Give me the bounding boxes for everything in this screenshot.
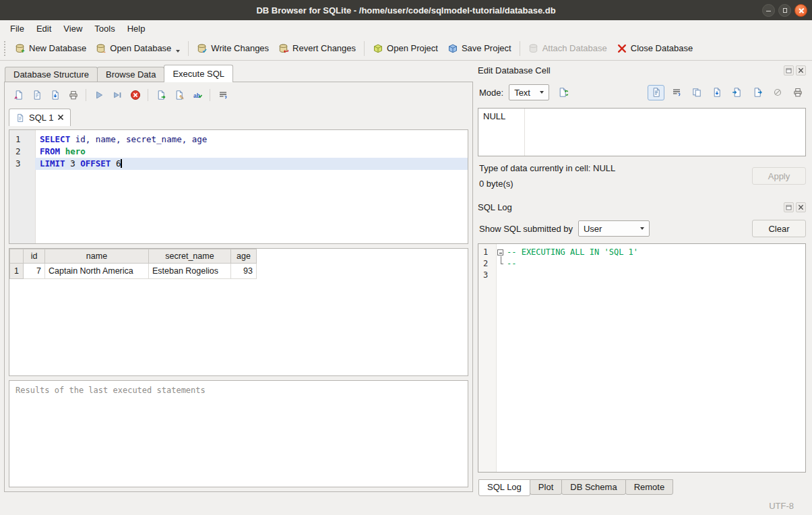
print-icon[interactable]: [65, 87, 82, 102]
toolbar-button-revert-changes[interactable]: ↩Revert Changes: [274, 40, 361, 57]
column-header-id[interactable]: id: [24, 249, 45, 264]
tab-sql-log[interactable]: SQL Log: [478, 479, 530, 496]
save-sql-file-icon[interactable]: [46, 87, 63, 102]
table-cell[interactable]: 7: [24, 264, 45, 279]
menu-item-file[interactable]: File: [4, 22, 30, 36]
code-text: LIMIT 3 OFFSET 6: [35, 158, 468, 170]
right-pane: Edit Database Cell Mode: Text NULL Type …: [473, 61, 812, 497]
log-line-2: 2--: [478, 258, 805, 270]
mode-combobox[interactable]: Text: [509, 84, 549, 100]
column-header-age[interactable]: age: [231, 249, 257, 264]
titlebar: DB Browser for SQLite - /home/user/code/…: [0, 0, 812, 20]
toolbar-button-save-project[interactable]: Save Project: [443, 40, 516, 57]
table-cell[interactable]: 93: [231, 264, 257, 279]
tab-plot[interactable]: Plot: [530, 479, 562, 495]
column-header-secret-name[interactable]: secret_name: [149, 249, 231, 264]
menu-item-edit[interactable]: Edit: [30, 22, 57, 36]
fold-marker-icon: [496, 258, 507, 270]
edit-cell-header: Edit Database Cell: [478, 63, 806, 78]
toolbar-separator: [188, 41, 189, 56]
code-line-1[interactable]: 1SELECT id, name, secret_name, age: [9, 133, 468, 146]
table-cell[interactable]: Esteban Rogelios: [149, 264, 231, 279]
print-icon[interactable]: [789, 85, 806, 100]
svg-text:→: →: [100, 47, 106, 54]
bottom-tab-bar: SQL LogPlotDB SchemaRemote: [478, 479, 806, 497]
cell-editor-icons: [648, 85, 806, 100]
code-line-2[interactable]: 2FROM hero: [9, 146, 468, 158]
column-header-name[interactable]: name: [45, 249, 149, 264]
word-wrap-icon[interactable]: [214, 87, 231, 102]
log-line-3: 3: [478, 270, 805, 281]
minimize-button[interactable]: [762, 4, 775, 17]
close-database-icon: [617, 43, 627, 54]
log-dock-float-button[interactable]: [784, 202, 794, 212]
menu-item-help[interactable]: Help: [121, 22, 152, 36]
toolbar-button-close-database[interactable]: Close Database: [612, 40, 698, 57]
sql-log-view[interactable]: 1-- EXECUTING ALL IN 'SQL 1'2--3: [478, 243, 806, 473]
sql-doc-tab-bar: SQL 1: [9, 108, 468, 126]
toolbar-button-write-changes[interactable]: ✔Write Changes: [192, 40, 274, 57]
toolbar-separator: [210, 89, 210, 101]
execute-line-icon[interactable]: [108, 87, 125, 102]
results-corner-cell[interactable]: [10, 249, 24, 264]
toolbar-handle[interactable]: [4, 41, 7, 56]
menu-item-tools[interactable]: Tools: [88, 22, 121, 36]
write-changes-icon: ✔: [197, 43, 208, 54]
open-sql-file-icon[interactable]: [28, 87, 45, 102]
log-dock-close-button[interactable]: [796, 202, 806, 212]
clear-log-button[interactable]: Clear: [752, 220, 806, 237]
maximize-icon: [783, 8, 788, 13]
log-filter-combobox[interactable]: User: [578, 220, 650, 237]
log-line-number: 1: [478, 247, 496, 258]
results-grid: idnamesecret_nameage17Captain North Amer…: [9, 248, 468, 376]
word-wrap-icon[interactable]: [668, 85, 685, 100]
menu-item-view[interactable]: View: [57, 22, 88, 36]
dock-float-button[interactable]: [784, 65, 794, 75]
cell-type-info: Type of data currently in cell: NULL: [479, 163, 615, 173]
maximize-button[interactable]: [778, 4, 791, 17]
minimize-icon: [766, 11, 771, 12]
cell-editor[interactable]: NULL: [478, 108, 806, 156]
tab-execute-sql[interactable]: Execute SQL: [164, 65, 233, 82]
toolbar-button-open-project[interactable]: Open Project: [368, 40, 443, 57]
auto-switch-mode-icon[interactable]: [555, 85, 571, 100]
table-cell[interactable]: Captain North America: [45, 264, 149, 279]
table-row: 17Captain North AmericaEsteban Rogelios9…: [10, 264, 257, 279]
tab-remote[interactable]: Remote: [625, 479, 674, 495]
open-project-icon: [373, 43, 383, 54]
close-button[interactable]: [794, 4, 807, 17]
row-number[interactable]: 1: [10, 264, 24, 279]
toolbar-button-label: Save Project: [462, 43, 511, 53]
save-as-view-icon[interactable]: ✎: [170, 87, 187, 102]
code-line-3[interactable]: 3LIMIT 3 OFFSET 6: [9, 158, 468, 170]
attach-database-icon: [528, 43, 539, 54]
dropdown-arrow-icon[interactable]: [176, 50, 180, 53]
export-sql-icon[interactable]: [152, 87, 169, 102]
fold-marker-icon[interactable]: [496, 247, 507, 258]
set-null-icon[interactable]: [769, 85, 786, 100]
toolbar-button-label: Open Project: [387, 43, 438, 53]
autocomplete-icon[interactable]: ab: [189, 87, 206, 102]
sql-doc-tab[interactable]: SQL 1: [9, 109, 71, 126]
toolbar-button-label: Revert Changes: [292, 43, 356, 53]
stop-icon[interactable]: [127, 87, 144, 102]
toolbar-button-new-database[interactable]: +New Database: [10, 40, 91, 57]
apply-button: Apply: [752, 167, 806, 185]
tab-close-icon[interactable]: [57, 113, 64, 123]
tab-database-structure[interactable]: Database Structure: [5, 67, 98, 82]
toolbar-separator: [148, 89, 148, 101]
import-data-icon[interactable]: [728, 85, 745, 100]
toolbar-button-open-database[interactable]: →Open Database: [91, 40, 185, 57]
sql-editor-code[interactable]: 1SELECT id, name, secret_name, age2FROM …: [9, 129, 468, 244]
sql-log-title: SQL Log: [478, 202, 512, 212]
tab-db-schema[interactable]: DB Schema: [561, 479, 625, 495]
save-as-icon[interactable]: [708, 85, 725, 100]
tab-browse-data[interactable]: Browse Data: [97, 67, 164, 82]
export-data-icon[interactable]: [749, 85, 766, 100]
text-document-icon[interactable]: [648, 85, 664, 100]
execute-all-icon[interactable]: [90, 87, 107, 102]
copy-cell-icon[interactable]: [688, 85, 705, 100]
sql-log-header: SQL Log: [478, 200, 806, 215]
dock-close-button[interactable]: [796, 65, 806, 75]
open-sql-new-tab-icon[interactable]: [10, 87, 27, 102]
